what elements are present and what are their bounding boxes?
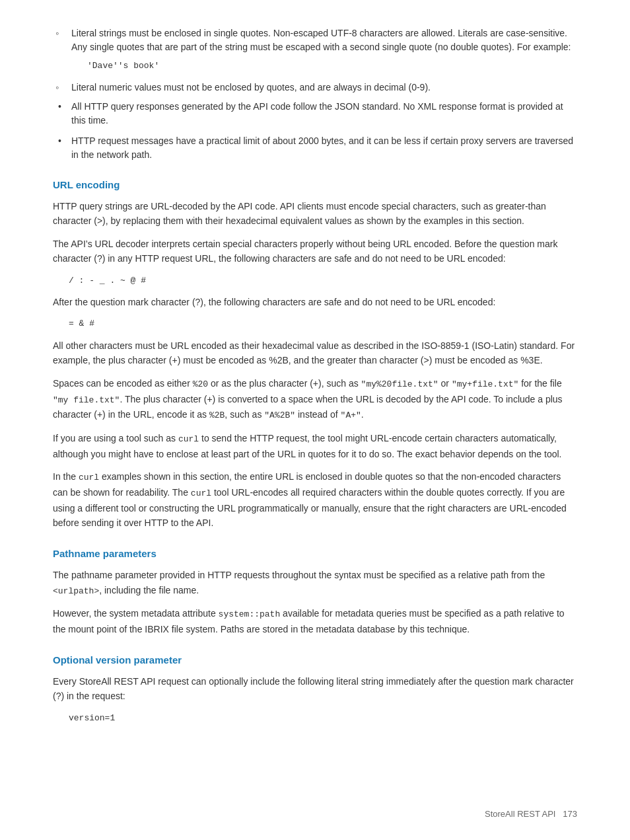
code-my-file: "my file.txt" [53, 395, 120, 405]
code-percent2b: %2B [209, 410, 225, 420]
bullet-json-standard: All HTTP query responses generated by th… [53, 100, 577, 128]
code-curl-2: curl [79, 473, 99, 482]
code-system-path: system::path [219, 609, 281, 619]
after-q-text: After the question mark character (?), t… [53, 295, 577, 309]
sub-item-literal-strings-text: Literal strings must be enclosed in sing… [71, 28, 571, 52]
optional-version-heading: Optional version parameter [53, 653, 577, 668]
main-bullet-list: All HTTP query responses generated by th… [53, 100, 577, 162]
literal-strings-code-example: 'Dave''s book' [87, 59, 577, 73]
url-encoding-para5: If you are using a tool such as curl to … [53, 431, 577, 461]
code-my-percent20-file: "my%20file.txt" [361, 379, 438, 389]
pathname-para1: The pathname parameter provided in HTTP … [53, 568, 577, 598]
url-encoding-para1: HTTP query strings are URL-decoded by th… [53, 199, 577, 229]
top-section: Literal strings must be enclosed in sing… [53, 26, 577, 95]
url-encoding-para2: The API’s URL decoder interprets certain… [53, 237, 577, 266]
optional-version-para1: Every StoreAll REST API request can opti… [53, 674, 577, 704]
url-encoding-para4: Spaces can be encoded as either %20 or a… [53, 376, 577, 423]
code-a-percent2b: "A%2B" [264, 410, 295, 420]
footer: StoreAll REST API 173 [485, 808, 577, 821]
page: Literal strings must be enclosed in sing… [0, 0, 630, 840]
url-encoding-para6: In the curl examples shown in this secti… [53, 469, 577, 530]
code-my-plus-file: "my+file.txt" [452, 379, 518, 389]
safe-chars-after-q: = & # [69, 317, 577, 330]
safe-chars-before-q: / : - _ . ~ @ # [69, 274, 577, 287]
pathname-para2: However, the system metadata attribute s… [53, 606, 577, 636]
sub-item-literal-numeric-text: Literal numeric values must not be enclo… [71, 82, 431, 93]
bullet-http-text: HTTP request messages have a practical l… [71, 135, 573, 160]
code-curl-3: curl [191, 488, 211, 498]
bullet-http-limit: HTTP request messages have a practical l… [53, 134, 577, 162]
sub-item-literal-numeric: Literal numeric values must not be enclo… [53, 81, 577, 95]
code-curl-1: curl [178, 434, 199, 444]
code-a-plus: "A+" [341, 410, 361, 420]
code-percent20: %20 [193, 379, 208, 389]
url-encoding-heading: URL encoding [53, 178, 577, 193]
footer-product: StoreAll REST API [485, 809, 555, 819]
bullet-json-text: All HTTP query responses generated by th… [71, 101, 563, 126]
code-urlpath: <urlpath> [53, 586, 99, 596]
sub-item-literal-strings: Literal strings must be enclosed in sing… [53, 26, 577, 73]
version-code-example: version=1 [69, 712, 577, 725]
pathname-heading: Pathname parameters [53, 547, 577, 562]
footer-page-number: 173 [563, 809, 577, 819]
url-encoding-para3: All other characters must be URL encoded… [53, 338, 577, 368]
